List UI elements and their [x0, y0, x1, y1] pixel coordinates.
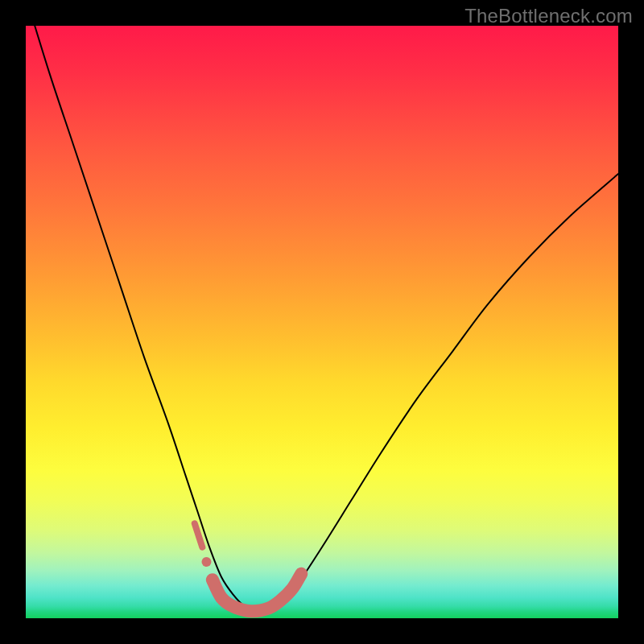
watermark-text: TheBottleneck.com: [464, 5, 633, 27]
plot-area: [26, 26, 618, 618]
marker-thin-segment: [195, 523, 203, 547]
marker-dot: [201, 557, 211, 567]
marker-layer: [26, 26, 618, 618]
chart-root: TheBottleneck.com: [0, 0, 644, 644]
marker-valley: [213, 574, 301, 611]
